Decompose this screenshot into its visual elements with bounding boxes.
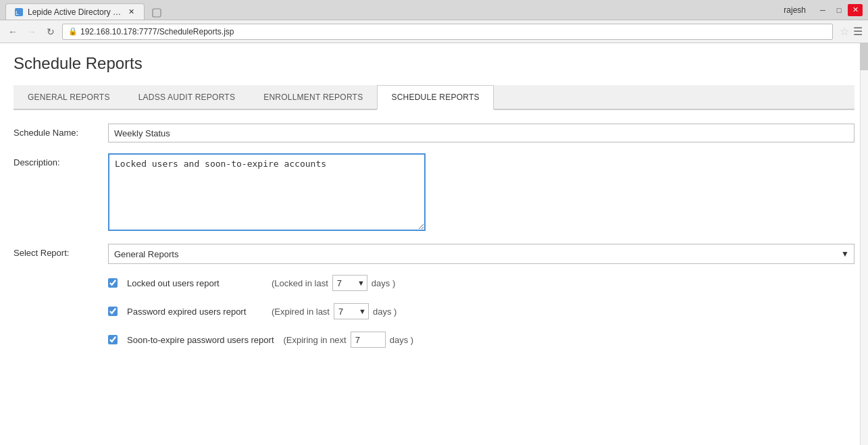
username-label: rajesh xyxy=(784,5,806,15)
description-label: Description: xyxy=(14,153,108,167)
address-bar: ← → ↻ 🔒 192.168.10.178:7777/ScheduleRepo… xyxy=(0,20,868,43)
address-text: 192.168.10.178:7777/ScheduleReports.jsp xyxy=(80,27,234,36)
maximize-button[interactable]: □ xyxy=(832,4,846,16)
form-area: Schedule Name: Description: Locked users… xyxy=(14,110,854,373)
back-button[interactable]: ← xyxy=(5,24,20,39)
expiring-days-input[interactable] xyxy=(351,332,386,348)
scrollbar[interactable] xyxy=(860,43,868,445)
tab-schedule-reports[interactable]: SCHEDULE REPORTS xyxy=(377,85,493,110)
select-report-label: Select Report: xyxy=(14,244,108,258)
schedule-name-label: Schedule Name: xyxy=(14,124,108,138)
minimize-button[interactable]: ─ xyxy=(815,4,830,16)
tab-general-reports[interactable]: GENERAL REPORTS xyxy=(14,85,124,109)
window-controls: ─ □ ✕ xyxy=(815,4,863,16)
tab-close-button[interactable]: ✕ xyxy=(126,7,136,17)
browser-tab[interactable]: L Lepide Active Directory S... ✕ xyxy=(5,3,145,20)
select-report-row: Select Report: General Reports LADSS Aud… xyxy=(14,244,854,264)
expired-in-last-prefix: (Expired in last xyxy=(272,307,330,317)
page-title: Schedule Reports xyxy=(14,54,854,73)
locked-out-checkbox[interactable] xyxy=(108,278,118,288)
expired-days-select-wrap: 12345671430 ▼ xyxy=(334,303,369,319)
scrollbar-thumb[interactable] xyxy=(860,43,868,70)
bookmark-icon[interactable]: ☆ xyxy=(840,25,849,38)
forward-button[interactable]: → xyxy=(24,24,39,39)
new-tab-button[interactable] xyxy=(147,6,166,20)
locked-in-last-control: (Locked in last 12345671430 ▼ days ) xyxy=(272,275,395,291)
menu-icon[interactable]: ☰ xyxy=(853,25,863,38)
description-control: Locked users and soon-to-expire accounts xyxy=(108,153,854,233)
locked-in-last-prefix: (Locked in last xyxy=(272,278,328,288)
soon-to-expire-row: Soon-to-expire password users report (Ex… xyxy=(108,332,854,348)
locked-days-select-wrap: 12345671430 ▼ xyxy=(332,275,367,291)
browser-tab-area: L Lepide Active Directory S... ✕ xyxy=(5,0,166,20)
select-report-control: General Reports LADSS Audit Reports Enro… xyxy=(108,244,854,264)
tab-title: Lepide Active Directory S... xyxy=(28,7,122,17)
address-input[interactable]: 🔒 192.168.10.178:7777/ScheduleReports.js… xyxy=(62,24,833,40)
locked-days-suffix: days ) xyxy=(372,278,395,288)
password-expired-label: Password expired users report xyxy=(127,307,262,317)
svg-rect-2 xyxy=(153,9,161,17)
schedule-name-row: Schedule Name: xyxy=(14,124,854,142)
expiring-in-next-control: (Expiring in next days ) xyxy=(284,332,414,348)
expiring-in-next-prefix: (Expiring in next xyxy=(284,335,347,345)
expiring-days-suffix: days ) xyxy=(390,335,413,345)
locked-out-row: Locked out users report (Locked in last … xyxy=(108,275,854,291)
locked-days-select[interactable]: 12345671430 xyxy=(332,275,367,291)
locked-out-label: Locked out users report xyxy=(127,278,262,288)
checkbox-section: Locked out users report (Locked in last … xyxy=(108,275,854,348)
expired-in-last-control: (Expired in last 12345671430 ▼ days ) xyxy=(272,303,397,319)
expired-days-suffix: days ) xyxy=(373,307,397,317)
tab-enrollment-reports[interactable]: ENROLLMENT REPORTS xyxy=(249,85,377,109)
tab-favicon-icon: L xyxy=(14,7,24,17)
password-expired-row: Password expired users report (Expired i… xyxy=(108,303,854,319)
soon-to-expire-label: Soon-to-expire password users report xyxy=(127,335,274,345)
browser-titlebar: L Lepide Active Directory S... ✕ rajesh … xyxy=(0,0,868,20)
lock-icon: 🔒 xyxy=(68,27,78,36)
select-report-dropdown[interactable]: General Reports LADSS Audit Reports Enro… xyxy=(108,244,854,264)
tab-ladss-audit-reports[interactable]: LADSS AUDIT REPORTS xyxy=(124,85,250,109)
page-content: Schedule Reports GENERAL REPORTS LADSS A… xyxy=(0,43,868,445)
titlebar-right: rajesh ─ □ ✕ xyxy=(784,4,863,16)
schedule-name-control xyxy=(108,124,854,142)
tabs-container: GENERAL REPORTS LADSS AUDIT REPORTS ENRO… xyxy=(14,85,854,110)
select-report-wrap: General Reports LADSS Audit Reports Enro… xyxy=(108,244,854,264)
schedule-name-input[interactable] xyxy=(108,124,854,142)
expired-days-select[interactable]: 12345671430 xyxy=(334,303,369,319)
svg-text:L: L xyxy=(16,9,19,16)
soon-to-expire-checkbox[interactable] xyxy=(108,335,118,344)
reload-button[interactable]: ↻ xyxy=(43,24,58,39)
description-row: Description: Locked users and soon-to-ex… xyxy=(14,153,854,233)
password-expired-checkbox[interactable] xyxy=(108,307,118,316)
close-window-button[interactable]: ✕ xyxy=(848,4,863,16)
description-textarea[interactable]: Locked users and soon-to-expire accounts xyxy=(108,153,426,231)
